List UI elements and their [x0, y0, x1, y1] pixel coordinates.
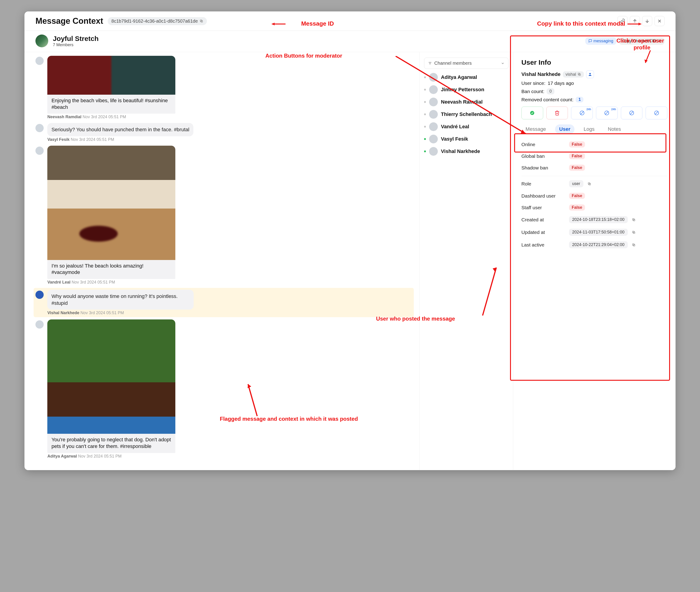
presence-dot — [424, 101, 426, 103]
member-row[interactable]: Vandré Leal — [424, 122, 508, 131]
close-icon — [657, 18, 662, 23]
message-id-pill[interactable]: 8c1b79d1-9162-4c36-a0c1-d8c7507a61de — [108, 17, 207, 25]
attachment-caption: I'm so jealous! The beach looks amazing!… — [47, 260, 176, 279]
message[interactable]: Seriously? You should have punched them … — [36, 121, 414, 144]
message-author: Vandré Leal — [47, 280, 70, 285]
message-author: Aditya Agarwal — [47, 454, 77, 458]
ban-icon — [654, 110, 659, 116]
message-attachment[interactable]: I'm so jealous! The beach looks amazing!… — [47, 146, 176, 279]
member-name: Vandré Leal — [441, 124, 469, 130]
ban-24h-button[interactable]: 24h — [571, 107, 593, 119]
message-meta: Aditya Agarwal Nov 3rd 2024 05:51 PM — [47, 454, 176, 459]
member-row[interactable]: Thierry Schellenbach — [424, 110, 508, 119]
chevron-down-icon — [501, 61, 505, 65]
created-at-value: 2024-10-18T23:15:18+02:00 — [569, 216, 628, 223]
trash-icon — [554, 110, 560, 116]
user-info-panel: User Info Vishal Narkhede vishal User si… — [513, 52, 676, 470]
copy-icon — [578, 72, 581, 76]
arrow-down-icon — [645, 18, 650, 23]
member-row[interactable]: Vishal Narkhede — [424, 147, 508, 156]
copy-icon[interactable] — [200, 19, 203, 23]
avatar — [429, 122, 438, 131]
copy-link-button[interactable] — [617, 16, 628, 26]
shadow-ban-24h-button[interactable]: 24h — [596, 107, 618, 119]
ban-count-label: Ban count: — [521, 89, 544, 94]
close-button[interactable] — [654, 16, 664, 26]
member-row[interactable]: Aditya Agarwal — [424, 73, 508, 82]
attachment-image — [47, 319, 176, 434]
user-tabs: Message User Logs Notes — [521, 125, 667, 134]
open-user-profile-button[interactable] — [586, 70, 594, 78]
member-name: Jimmy Pettersson — [441, 87, 485, 93]
ban-icon — [604, 110, 609, 116]
avatar — [429, 110, 438, 119]
avatar — [429, 135, 438, 143]
svg-point-9 — [589, 73, 591, 74]
member-name: Vishal Narkhede — [441, 148, 480, 154]
ban-icon — [579, 110, 585, 116]
message[interactable]: Enjoying the beach vibes, life is beauti… — [36, 54, 414, 121]
presence-dot — [424, 77, 426, 78]
shadow-ban-key: Shadow ban — [521, 165, 565, 170]
avatar — [429, 73, 438, 82]
presence-dot — [424, 89, 426, 91]
ban-icon — [629, 110, 634, 116]
member-row[interactable]: Neevash Ramdial — [424, 98, 508, 106]
copy-icon[interactable] — [588, 182, 591, 186]
channel-type-chip[interactable]: messaging — [585, 37, 616, 45]
presence-dot — [424, 138, 426, 140]
copy-icon[interactable] — [632, 243, 636, 247]
message-context-modal: Message Context 8c1b79d1-9162-4c36-a0c1-… — [24, 11, 676, 470]
message-id-text: 8c1b79d1-9162-4c36-a0c1-d8c7507a61de — [111, 18, 198, 24]
channel-members-count: 7 Members — [53, 43, 585, 47]
tab-notes[interactable]: Notes — [604, 125, 625, 134]
member-name: Vasyl Fesik — [441, 136, 468, 142]
online-key: Online — [521, 142, 565, 147]
last-active-value: 2024-10-22T21:29:04+02:00 — [569, 241, 628, 248]
message-meta: Vasyl Fesik Nov 3rd 2024 05:51 PM — [47, 137, 193, 142]
copy-icon[interactable] — [632, 231, 636, 234]
avatar — [36, 147, 44, 155]
ban-permanent-button[interactable] — [621, 107, 643, 119]
approve-button[interactable] — [521, 107, 543, 119]
next-button[interactable] — [642, 16, 652, 26]
member-row[interactable]: Vasyl Fesik — [424, 135, 508, 143]
user-id-pill[interactable]: vishal — [563, 71, 584, 78]
message-meta: Neevash Ramdial Nov 3rd 2024 05:51 PM — [47, 114, 176, 119]
message-timestamp: Nov 3rd 2024 05:51 PM — [83, 114, 126, 119]
attachment-image — [47, 146, 176, 260]
global-ban-key: Global ban — [521, 153, 565, 159]
copy-channel-cid-chip[interactable]: Copy Channel CID — [619, 37, 664, 45]
message[interactable]: You're probably going to neglect that do… — [36, 318, 414, 461]
role-key: Role — [521, 181, 565, 187]
tab-message[interactable]: Message — [521, 125, 550, 134]
prev-button[interactable] — [630, 16, 640, 26]
button-superscript: 24h — [611, 108, 616, 111]
modal-title: Message Context — [36, 16, 103, 26]
message-attachment[interactable]: Enjoying the beach vibes, life is beauti… — [47, 56, 176, 114]
tab-logs[interactable]: Logs — [580, 125, 599, 134]
modal-header: Message Context 8c1b79d1-9162-4c36-a0c1-… — [24, 11, 676, 31]
member-row[interactable]: Jimmy Pettersson — [424, 85, 508, 94]
message-timestamp: Nov 3rd 2024 05:51 PM — [71, 280, 115, 285]
copy-icon[interactable] — [632, 218, 636, 221]
message-meta: Vandré Leal Nov 3rd 2024 05:51 PM — [47, 280, 176, 285]
shadow-ban-permanent-button[interactable] — [646, 107, 667, 119]
created-at-key: Created at — [521, 217, 565, 223]
updated-at-value: 2024-11-03T17:50:58+01:00 — [569, 229, 628, 236]
members-dropdown[interactable]: Channel members — [424, 58, 508, 69]
members-dropdown-label: Channel members — [434, 61, 471, 66]
member-name: Thierry Schellenbach — [441, 111, 492, 117]
delete-button[interactable] — [546, 107, 568, 119]
members-column: Channel members Aditya AgarwalJimmy Pett… — [419, 52, 513, 470]
dashboard-user-key: Dashboard user — [521, 193, 565, 199]
tab-user[interactable]: User — [555, 125, 574, 134]
avatar — [429, 85, 438, 94]
message-attachment[interactable]: You're probably going to neglect that do… — [47, 319, 176, 453]
messages-column[interactable]: Enjoying the beach vibes, life is beauti… — [24, 52, 419, 470]
flagged-message[interactable]: Why would anyone waste time on running? … — [34, 288, 414, 317]
user-since-value: 17 days ago — [548, 81, 574, 86]
copy-icon — [658, 39, 661, 43]
message[interactable]: I'm so jealous! The beach looks amazing!… — [36, 144, 414, 287]
avatar — [36, 320, 44, 329]
